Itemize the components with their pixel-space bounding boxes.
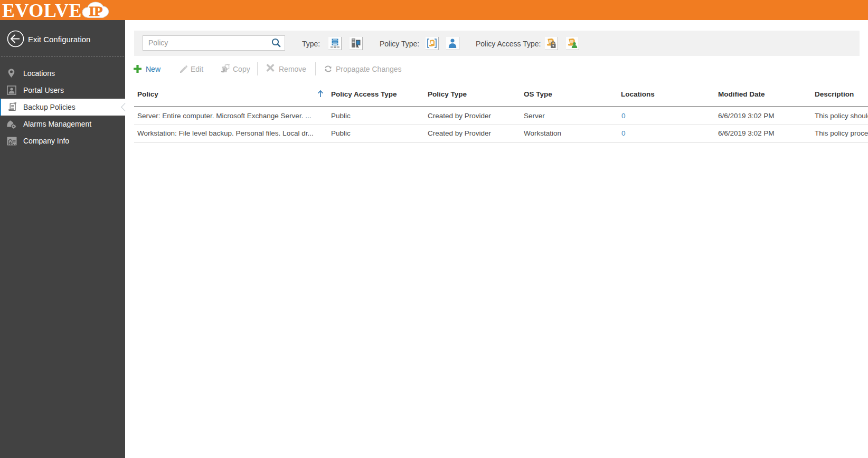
svg-text:IP: IP <box>89 4 103 19</box>
